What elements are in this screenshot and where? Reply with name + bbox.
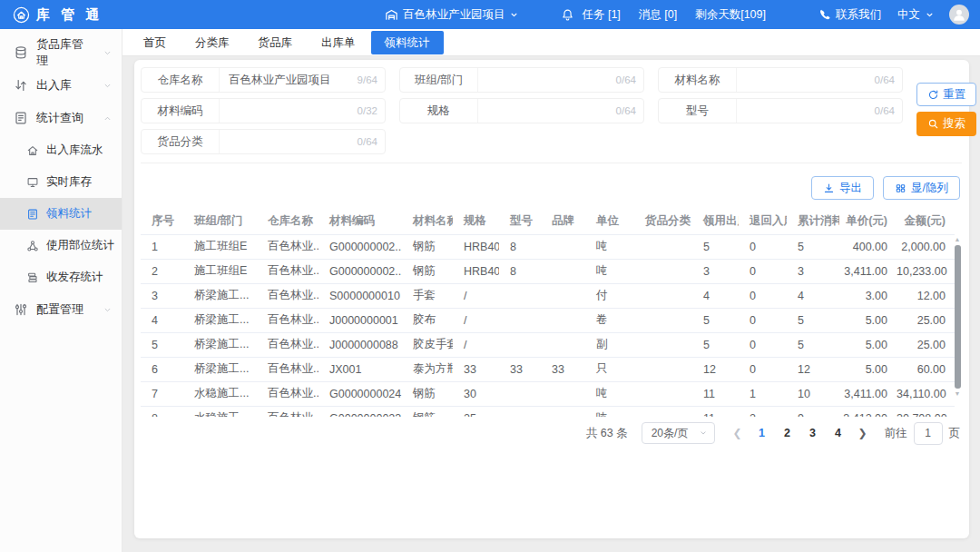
table-row: 5桥梁施工...百色林业...J0000000088胶皮手套/副5055.002… <box>141 332 955 357</box>
language-selector[interactable]: 中文 <box>897 7 935 23</box>
col-header-returned-in: 退回入库... <box>739 208 787 234</box>
cell-category <box>634 406 692 417</box>
page-number-1[interactable]: 1 <box>755 427 768 439</box>
page-numbers: 1234 <box>755 427 844 439</box>
scrollbar-thumb[interactable] <box>955 245 961 389</box>
cell-code: JX001 <box>318 357 402 381</box>
sidebar-item-in-out-flow[interactable]: 出入库流水 <box>0 134 122 166</box>
cell-amount: 34,110.00 <box>897 381 955 406</box>
sidebar-item-material-stats[interactable]: 领料统计 <box>0 198 122 230</box>
col-header-amount: 金额(元) <box>897 208 955 234</box>
contact-us-link[interactable]: 联系我们 <box>818 7 881 23</box>
show-hide-columns-button[interactable]: 显/隐列 <box>883 176 960 200</box>
cell-code: J0000000088 <box>318 332 402 357</box>
filter-input-spec[interactable] <box>478 104 616 117</box>
cell-consumed: 5 <box>787 332 839 357</box>
sidebar-item-usage-part-stats[interactable]: 使用部位统计 <box>0 230 122 261</box>
total-count: 共 63 条 <box>586 426 628 441</box>
cell-amount: 25.00 <box>897 308 955 332</box>
reset-label: 重置 <box>943 87 965 103</box>
col-header-category: 货品分类 <box>634 208 692 234</box>
cell-model: 8 <box>499 259 541 283</box>
cell-warehouse: 百色林业... <box>257 357 318 381</box>
sidebar-item-realtime-stock[interactable]: 实时库存 <box>0 166 122 198</box>
cell-spec: HRB40... <box>453 234 499 259</box>
database-icon <box>14 45 28 60</box>
house-icon <box>26 144 39 157</box>
filter-label: 规格 <box>400 99 478 123</box>
reset-button[interactable]: 重置 <box>916 83 976 106</box>
cell-issued-out: 5 <box>692 332 739 357</box>
col-header-warehouse: 仓库名称 <box>257 208 318 234</box>
table-vertical-scrollbar[interactable]: ▲ ▼ <box>953 236 962 414</box>
grid-columns-icon <box>895 182 906 194</box>
scroll-up-arrow-icon[interactable]: ▲ <box>955 236 961 243</box>
filter-input-warehouse-name[interactable] <box>220 74 358 86</box>
cell-unit: 只 <box>585 357 634 381</box>
table-row: 8水稳施工...百色林业...G0000000023钢筋25吨11293,412… <box>141 406 955 417</box>
col-header-name: 材料名称 <box>402 208 453 234</box>
in-out-icon <box>14 78 28 93</box>
page-number-2[interactable]: 2 <box>780 427 793 439</box>
search-button[interactable]: 搜索 <box>916 112 976 136</box>
cell-unit: 吨 <box>585 406 634 417</box>
cell-index: 6 <box>141 357 183 381</box>
filter-input-material-name[interactable] <box>737 74 875 86</box>
table-row: 1施工班组E百色林业...G000000002...钢筋HRB40...8吨50… <box>141 234 955 259</box>
sidebar-item-goods-store-mgmt[interactable]: 货品库管理 <box>0 36 122 69</box>
col-header-brand: 品牌 <box>541 208 585 234</box>
avatar[interactable] <box>949 5 969 25</box>
page-number-4[interactable]: 4 <box>831 427 844 439</box>
project-selector[interactable]: 百色林业产业园项目 <box>385 7 520 23</box>
cell-index: 1 <box>141 234 183 259</box>
cell-code: G0000000023 <box>318 406 402 417</box>
prev-page-button[interactable]: ❮ <box>729 427 745 439</box>
cell-returned-in: 0 <box>739 308 787 332</box>
sidebar-item-in-out-store[interactable]: 出入库 <box>0 69 122 102</box>
cell-name: 胶布 <box>402 308 453 332</box>
main-area: 首页分类库货品库出库单领料统计 仓库名称9/64班组/部门0/64材料名称0/6… <box>122 29 980 552</box>
filter-input-model[interactable] <box>737 104 875 117</box>
tab-home[interactable]: 首页 <box>130 31 180 54</box>
cell-issued-out: 5 <box>692 234 739 259</box>
char-counter: 0/32 <box>358 105 385 116</box>
page-size-select[interactable]: 20条/页 <box>642 422 716 444</box>
cell-spec: / <box>453 308 499 332</box>
tab-goods-store[interactable]: 货品库 <box>245 31 307 54</box>
filter-input-material-code[interactable] <box>220 104 358 117</box>
page-number-3[interactable]: 3 <box>806 427 818 439</box>
sidebar-item-config-mgmt[interactable]: 配置管理 <box>0 293 122 326</box>
cell-unit: 副 <box>585 332 634 357</box>
cell-issued-out: 11 <box>692 406 739 417</box>
messages-link[interactable]: 消息 [0] <box>639 7 677 23</box>
tasks-link[interactable]: 任务 [1] <box>582 7 620 23</box>
cell-returned-in: 0 <box>739 332 787 357</box>
sidebar-item-send-receive-stats[interactable]: 收发存统计 <box>0 261 122 293</box>
next-page-button[interactable]: ❯ <box>854 427 870 439</box>
goto-page: 前往 页 <box>885 422 961 445</box>
cell-model <box>499 308 541 332</box>
cell-category <box>634 234 692 259</box>
goto-page-input[interactable] <box>914 422 943 445</box>
reset-icon <box>927 89 939 101</box>
tab-outbound-order[interactable]: 出库单 <box>308 31 369 54</box>
sidebar-item-label: 收发存统计 <box>46 270 103 285</box>
sidebar-item-stats-query[interactable]: 统计查询 <box>0 102 122 134</box>
chevron-up-icon <box>103 113 113 123</box>
phone-icon <box>818 8 831 21</box>
scroll-down-arrow-icon[interactable]: ▼ <box>955 390 961 398</box>
table-row: 6桥梁施工...百色林业...JX001泰为方瓶...333333只120125… <box>141 357 955 381</box>
cell-warehouse: 百色林业... <box>257 332 318 357</box>
cell-brand <box>541 259 585 283</box>
notifications-bell[interactable] <box>561 8 574 22</box>
tab-category-store[interactable]: 分类库 <box>181 31 243 54</box>
cell-spec: 25 <box>453 406 499 417</box>
cell-unit-price: 5.00 <box>839 332 897 357</box>
filter-input-goods-category[interactable] <box>220 135 358 148</box>
cell-consumed: 4 <box>787 283 839 308</box>
cell-team: 施工班组E <box>183 234 257 259</box>
tab-material-stats[interactable]: 领料统计 <box>371 31 444 54</box>
filter-input-team-dept[interactable] <box>478 74 616 86</box>
col-header-consumed: 累计消耗... <box>787 208 839 234</box>
export-button[interactable]: 导出 <box>811 176 874 200</box>
